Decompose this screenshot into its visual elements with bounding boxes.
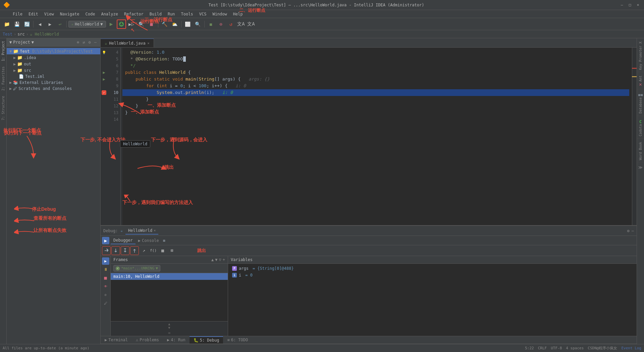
debug-force-step-into-btn[interactable]	[121, 246, 129, 255]
tree-item-test-iml[interactable]: 📄 Test.iml	[7, 73, 100, 80]
debug-get-thread-dump-btn[interactable]: 🖊	[102, 299, 109, 307]
toolbar-vcs-revert-btn[interactable]: ↺	[226, 19, 236, 29]
debug-pause-side-btn[interactable]: ⏸	[102, 266, 109, 273]
wordbook-label[interactable]: Word Book	[639, 142, 642, 160]
tab-structure[interactable]: 7: Structure	[1, 93, 6, 123]
ant-label[interactable]: Ant	[639, 76, 642, 82]
debug-subtab-console[interactable]: ▶ Console	[136, 237, 162, 244]
toolbar-profile-btn[interactable]: 🔍	[137, 19, 146, 29]
breadcrumb-test[interactable]: Test	[3, 32, 12, 37]
toolbar-coverage-btn[interactable]: ▶▷	[127, 19, 136, 29]
frames-add-btn[interactable]: +	[223, 257, 225, 262]
status-line-sep[interactable]: CRLF	[538, 346, 547, 350]
tree-item-scratches[interactable]: ▶ 🖊 Scratches and Consoles	[7, 86, 100, 92]
menu-view[interactable]: View	[42, 11, 57, 17]
event-log-btn[interactable]: Event Log	[621, 346, 641, 350]
toolbar-sync-btn[interactable]: 🔄	[22, 19, 32, 29]
debug-view-breakpoints-btn[interactable]: 👁	[102, 283, 109, 290]
menu-window[interactable]: Window	[210, 11, 229, 17]
codota-label[interactable]: Codota	[639, 124, 642, 136]
menu-file[interactable]: File	[10, 11, 25, 17]
bottom-tab-terminal[interactable]: ▶ Terminal	[101, 337, 132, 343]
bottom-tab-problems[interactable]: ⚠ Problems	[132, 337, 163, 343]
database-label[interactable]: Database	[639, 97, 642, 113]
toolbar-debug-btn[interactable]	[117, 19, 126, 29]
breadcrumb-src[interactable]: src	[17, 32, 25, 37]
project-sync-btn[interactable]: ⇄	[82, 40, 86, 45]
menu-refactor[interactable]: Refactor	[121, 11, 146, 17]
var-item-args[interactable]: P args = {String[0]@488}	[228, 265, 637, 272]
menu-code[interactable]: Code	[83, 11, 98, 17]
debug-step-over-btn[interactable]	[102, 246, 111, 255]
project-minimize-btn[interactable]: –	[93, 40, 98, 45]
frame-item-main[interactable]: main:10, HelloWorld	[111, 273, 228, 280]
debug-mute-breakpoints-btn[interactable]: ⊘	[102, 291, 109, 298]
status-indent[interactable]: 4 spaces	[566, 346, 584, 350]
project-settings-btn[interactable]: ⚙	[88, 40, 92, 45]
debug-variables-table-btn[interactable]: ▦	[158, 246, 167, 255]
tree-item-src[interactable]: ▶ 📁 src	[7, 67, 100, 73]
key-promoter-label[interactable]: Key Promoter X	[639, 42, 642, 70]
tab-project[interactable]: 1: Project	[1, 38, 6, 64]
minimize-button[interactable]: –	[619, 2, 625, 8]
debug-step-out-btn[interactable]	[130, 246, 139, 255]
frames-down-btn[interactable]: ▼	[215, 257, 217, 262]
toolbar-vcs-translate2-btn[interactable]: 文A	[247, 19, 256, 29]
debug-more-options-btn[interactable]: ≡	[163, 238, 165, 243]
menu-build[interactable]: Build	[147, 11, 164, 17]
toolbar-vcs-translate1-btn[interactable]: 文A	[236, 19, 246, 29]
frames-up-btn[interactable]: ▲	[211, 257, 214, 262]
project-add-btn[interactable]: ⊕	[76, 40, 80, 45]
menu-tools[interactable]: Tools	[178, 11, 196, 17]
debug-stop-side-btn[interactable]: ■	[102, 274, 109, 282]
run-gutter-icon-8[interactable]: ▶	[103, 77, 105, 82]
debug-evaluate-btn[interactable]: f()	[149, 246, 158, 255]
breakpoint-icon-10[interactable]: ✓	[102, 90, 106, 95]
menu-help[interactable]: Help	[230, 11, 246, 17]
tree-item-idea[interactable]: ▶ 📁 .idea	[7, 54, 100, 61]
debug-step-into-btn[interactable]	[111, 246, 120, 255]
debug-settings-btn[interactable]: ⚙	[627, 229, 630, 233]
toolbar-find-btn[interactable]: 🔍	[193, 19, 203, 29]
debug-tab-helloworld[interactable]: HelloWorld ✕	[125, 227, 158, 235]
tree-item-test-root[interactable]: ▼ 📁 Test D:\study\IdeaProject\Test	[7, 48, 100, 54]
frames-filter-btn[interactable]: ▽	[219, 257, 221, 262]
scroll-down-btn[interactable]: ▼	[168, 326, 170, 330]
scroll-infinite-btn[interactable]: ∞	[168, 331, 170, 335]
toolbar-forward-btn[interactable]: ▶	[45, 19, 55, 29]
toolbar-run-btn[interactable]: ▶	[107, 19, 116, 29]
editor-tab-helloworld[interactable]: ☕ HelloWorld.java ✕	[101, 39, 154, 47]
tree-item-out[interactable]: ▶ 📁 out	[7, 61, 100, 67]
thread-dropdown[interactable]: ✓ *main*...UNNING ▼	[113, 265, 160, 271]
menu-edit[interactable]: Edit	[26, 11, 41, 17]
close-button[interactable]: ✕	[635, 2, 641, 8]
toolbar-vcs-diff-btn[interactable]: ⊖	[216, 19, 226, 29]
run-gutter-icon-7[interactable]: ▶	[103, 70, 105, 75]
scroll-up-btn[interactable]: ▲	[168, 322, 170, 326]
debug-run-to-cursor-btn[interactable]: ↗	[140, 246, 148, 255]
status-encoding[interactable]: UTF-8	[551, 346, 562, 350]
debug-subtab-debugger[interactable]: Debugger	[111, 237, 136, 244]
database-icon[interactable]: ≡≡	[638, 93, 643, 97]
breadcrumb-helloworld[interactable]: ☕ HelloWorld	[30, 32, 59, 37]
toolbar-build-btn[interactable]: 🔨	[160, 19, 169, 29]
debug-restore-layout-btn[interactable]: ⊞	[168, 246, 176, 255]
menu-run[interactable]: Run	[165, 11, 178, 17]
toolbar-vcs-log-btn[interactable]: ◼	[206, 19, 216, 29]
toolbar-revert-btn[interactable]: ↩	[55, 19, 65, 29]
debug-tab-close-icon[interactable]: ✕	[154, 229, 156, 232]
toolbar-search-everywhere-btn[interactable]: ⬜	[183, 19, 193, 29]
tree-item-external-libs[interactable]: ▶ 📚 External Libraries	[7, 80, 100, 86]
bottom-tab-run[interactable]: ▶ 4: Run	[163, 337, 190, 343]
toolbar-open-btn[interactable]: 📁	[2, 19, 11, 29]
toolbar-stop-btn[interactable]: ■	[147, 19, 156, 29]
menu-vcs[interactable]: VCS	[197, 11, 209, 17]
code-content[interactable]: @Version: 1.0 * @Description: TODO */	[122, 48, 632, 225]
toolbar-git-btn[interactable]: ⛅	[170, 19, 179, 29]
editor-scrollbar[interactable]	[632, 48, 637, 225]
toolbar-save-btn[interactable]: 💾	[12, 19, 21, 29]
toolbar-back-btn[interactable]: ◀	[35, 19, 45, 29]
run-configuration-selector[interactable]: ☕ HelloWorld ▼	[68, 21, 106, 28]
bottom-tab-todo[interactable]: ≡ 6: TODO	[223, 337, 252, 343]
tab-favorites[interactable]: 2: Favorites	[1, 64, 6, 93]
